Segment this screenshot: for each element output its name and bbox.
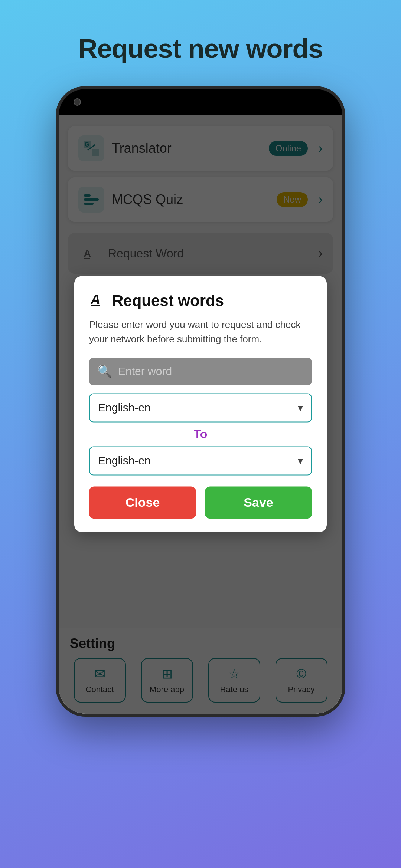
phone-frame: G Translator Online › xyxy=(56,86,345,717)
phone-camera xyxy=(74,98,81,106)
dialog-buttons: Close Save xyxy=(89,486,312,519)
to-label: To xyxy=(89,427,312,441)
word-search-box[interactable]: 🔍 Enter word xyxy=(89,358,312,385)
from-language-dropdown-arrow: ▾ xyxy=(298,402,303,414)
dialog-header-icon: A xyxy=(89,291,105,311)
from-language-select[interactable]: English-en ▾ xyxy=(89,393,312,422)
phone-screen: G Translator Online › xyxy=(59,115,342,714)
search-icon: 🔍 xyxy=(97,364,112,378)
dialog-header: A Request words xyxy=(89,291,312,311)
dialog-description: Please enter word you want to request an… xyxy=(89,318,312,346)
to-language-value: English-en xyxy=(98,454,151,467)
svg-text:A: A xyxy=(90,292,100,307)
page-title: Request new words xyxy=(78,33,323,64)
close-button[interactable]: Close xyxy=(89,486,196,519)
save-button[interactable]: Save xyxy=(205,486,312,519)
dialog-title: Request words xyxy=(112,292,224,310)
search-input-placeholder: Enter word xyxy=(118,365,172,378)
request-words-dialog: A Request words Please enter word you wa… xyxy=(74,276,327,532)
to-language-dropdown-arrow: ▾ xyxy=(298,455,303,467)
to-language-select[interactable]: English-en ▾ xyxy=(89,446,312,475)
from-language-value: English-en xyxy=(98,401,151,414)
phone-notch xyxy=(59,89,342,115)
